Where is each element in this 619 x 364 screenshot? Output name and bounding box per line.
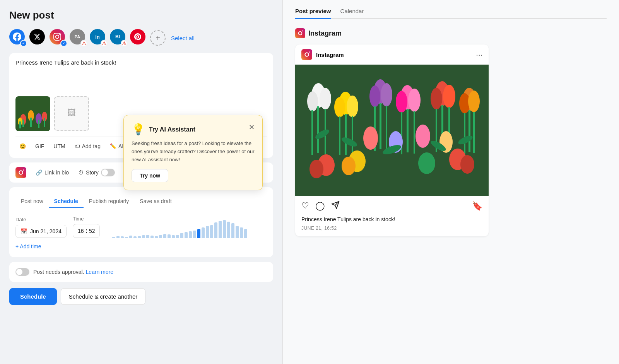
add-account-button[interactable]: +	[150, 30, 166, 46]
like-icon[interactable]: ♡	[301, 201, 309, 212]
svg-rect-10	[19, 121, 21, 128]
time-separator: :	[85, 227, 87, 234]
svg-point-35	[381, 83, 392, 106]
left-panel: New post ✓ ✓ PA ⚠	[0, 0, 282, 364]
svg-point-25	[334, 97, 345, 117]
pa-warning-badge: ⚠	[80, 40, 87, 47]
instagram-brand: Instagram	[301, 49, 344, 60]
add-tag-button[interactable]: 🏷 Add tag	[71, 141, 104, 152]
post-textarea[interactable]: Princess Irene Tulips are back in stock!	[15, 59, 267, 90]
chart-bar	[193, 231, 196, 238]
chart-bar	[172, 235, 175, 238]
post-editor-card: Princess Irene Tulips are back in stock!	[9, 53, 273, 158]
story-toggle[interactable]	[101, 169, 115, 176]
chart-bar	[189, 231, 192, 238]
account-pinterest[interactable]	[130, 29, 148, 47]
story-option[interactable]: ⏱ Story	[78, 169, 115, 176]
account-pa[interactable]: PA ⚠	[70, 29, 87, 47]
time-input[interactable]: 16 : 52	[73, 224, 100, 238]
account-linkedin2[interactable]: Bl ⚠	[110, 29, 128, 47]
account-facebook[interactable]: ✓	[9, 29, 27, 47]
chart-bar	[129, 236, 132, 238]
action-row: Schedule Schedule & create another	[9, 288, 273, 305]
chart-bar	[214, 222, 217, 238]
bookmark-icon[interactable]: 🔖	[472, 201, 482, 211]
schedule-another-button[interactable]: Schedule & create another	[61, 288, 146, 305]
svg-point-38	[408, 89, 421, 112]
instagram-section-label: Instagram	[295, 28, 607, 38]
account-twitter[interactable]	[29, 29, 47, 47]
tab-publish-regularly[interactable]: Publish regularly	[84, 195, 135, 208]
ai-try-now-button[interactable]: Try now	[132, 169, 168, 182]
emoji-button[interactable]: 😊	[15, 141, 30, 152]
svg-rect-54	[407, 109, 409, 152]
date-label: Date	[15, 217, 67, 222]
svg-point-60	[342, 157, 356, 175]
chart-bar	[121, 236, 124, 238]
emoji-icon: 😊	[19, 143, 26, 149]
utm-label: UTM	[53, 143, 65, 149]
chart-bar	[223, 220, 226, 238]
ai-tooltip-close-button[interactable]: ✕	[249, 123, 255, 132]
approval-learn-more-link[interactable]: Learn more	[85, 269, 113, 275]
media-thumbnail[interactable]	[15, 96, 50, 131]
svg-rect-8	[44, 118, 45, 127]
chart-bar	[197, 229, 200, 238]
svg-point-22	[307, 91, 318, 111]
preview-tabs: Post preview Calendar	[295, 8, 607, 19]
svg-rect-4	[30, 118, 32, 127]
select-all-button[interactable]: Select all	[171, 35, 195, 41]
svg-rect-49	[464, 113, 465, 154]
chart-bar	[146, 235, 149, 238]
chart-bar	[180, 233, 183, 238]
instagram-brand-name: Instagram	[316, 51, 344, 58]
ig-left-actions: ♡ ◯	[301, 201, 340, 212]
facebook-check-badge: ✓	[20, 40, 27, 47]
ai-tooltip: 💡 Try AI Assistant ✕ Seeking fresh ideas…	[123, 115, 263, 190]
chart-bar	[236, 226, 239, 238]
chart-bar	[155, 236, 158, 238]
utm-button[interactable]: UTM	[50, 141, 69, 152]
svg-rect-43	[339, 116, 340, 155]
svg-point-32	[468, 91, 480, 112]
ai-tooltip-header: 💡 Try AI Assistant ✕	[132, 123, 255, 136]
svg-rect-2	[22, 120, 24, 127]
account-linkedin1[interactable]: in ⚠	[90, 29, 108, 47]
instagram-option-icon	[15, 167, 26, 178]
share-icon[interactable]	[331, 201, 340, 212]
chart-bar	[206, 226, 209, 238]
chart-bar	[168, 234, 171, 238]
chart-bar	[116, 236, 120, 238]
chart-bar	[185, 232, 188, 238]
comment-icon[interactable]: ◯	[315, 201, 325, 212]
twitter-avatar	[29, 29, 45, 44]
time-minute: 52	[89, 228, 95, 234]
time-field-group: Time 16 : 52	[73, 216, 100, 238]
page-title: New post	[9, 9, 273, 21]
svg-rect-14	[295, 28, 305, 38]
add-time-button[interactable]: + Add time	[15, 243, 41, 250]
chart-bar	[133, 236, 137, 238]
account-instagram[interactable]: ✓	[50, 29, 67, 47]
link-in-bio-option[interactable]: 🔗 Link in bio	[36, 169, 69, 176]
svg-rect-6	[38, 120, 39, 128]
tab-post-now[interactable]: Post now	[15, 195, 49, 208]
tab-save-as-draft[interactable]: Save as draft	[134, 195, 177, 208]
chart-bar	[219, 221, 222, 238]
tab-schedule[interactable]: Schedule	[49, 195, 84, 208]
svg-rect-56	[414, 111, 415, 154]
gif-button[interactable]: GIF	[31, 141, 48, 152]
svg-point-13	[23, 169, 24, 171]
date-input[interactable]: 📅 Jun 21, 2024	[15, 225, 67, 238]
time-hour: 16	[78, 228, 84, 234]
tab-calendar[interactable]: Calendar	[340, 8, 364, 19]
story-label: Story	[86, 169, 99, 176]
account-row: ✓ ✓ PA ⚠ in	[9, 29, 273, 47]
add-media-button[interactable]: 🖼	[54, 96, 89, 131]
chart-bar	[163, 234, 166, 238]
instagram-section-icon	[295, 28, 305, 38]
more-options-icon[interactable]: ···	[476, 50, 482, 59]
approval-toggle[interactable]	[15, 268, 29, 276]
schedule-button[interactable]: Schedule	[9, 288, 57, 305]
tab-post-preview[interactable]: Post preview	[295, 8, 331, 19]
